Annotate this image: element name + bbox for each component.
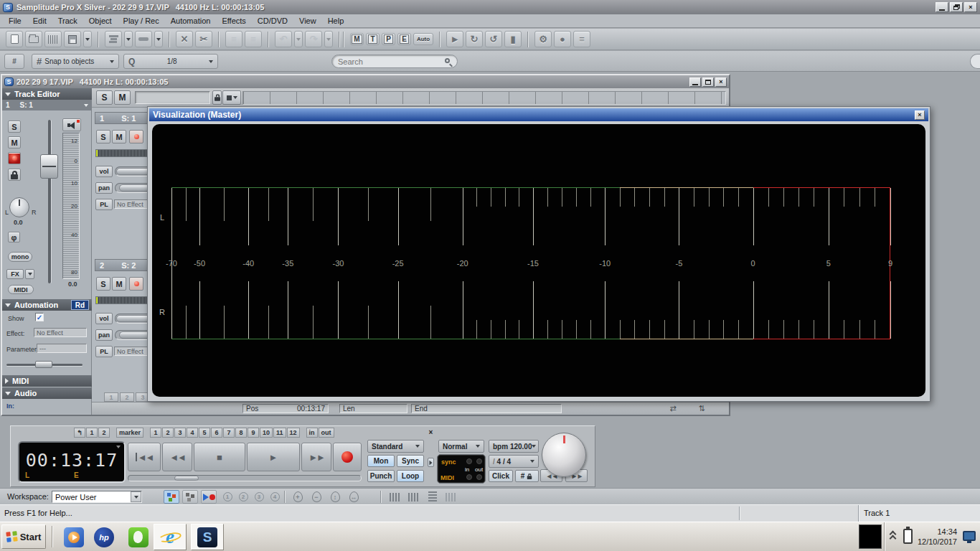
track-1-solo[interactable]: S	[96, 130, 110, 143]
track-1-record[interactable]	[129, 130, 143, 143]
all-mute-button[interactable]: M	[114, 90, 131, 105]
taskbar-internet-explorer-icon[interactable]: e	[158, 525, 182, 549]
automation-read-badge[interactable]: Rd	[71, 300, 89, 310]
fx-dropdown-button[interactable]	[25, 269, 34, 279]
scene-2-button[interactable]: 2	[235, 490, 251, 504]
zoom-out-button[interactable]: −	[308, 490, 324, 504]
tempo-knob[interactable]	[542, 433, 586, 477]
restore-button[interactable]	[950, 2, 963, 12]
track-2-plugin-label[interactable]: PL	[95, 346, 113, 357]
loop-mode-button[interactable]: ↻	[466, 31, 483, 47]
automation-slider-handle[interactable]	[35, 361, 52, 368]
sync-midi-panel[interactable]: sync in out MIDI	[437, 454, 486, 484]
record-button[interactable]	[333, 443, 362, 471]
midi-button[interactable]: MIDI	[8, 285, 34, 294]
visualization-titlebar[interactable]: Visualization (Master) ×	[149, 108, 928, 121]
track-selector[interactable]: 1 S: 1	[2, 100, 92, 110]
main-titlebar[interactable]: S Samplitude Pro X Silver - 202 29 9 17.…	[0, 0, 980, 14]
group-button[interactable]: ≡	[225, 31, 242, 47]
menu-view[interactable]: View	[293, 15, 322, 27]
quantize-select[interactable]: Q 1/8	[123, 54, 218, 69]
tab-marker-2[interactable]: 2	[162, 428, 174, 438]
stop-button[interactable]: ■	[194, 443, 245, 471]
clock[interactable]: 14:34 12/10/2017	[918, 527, 957, 547]
network-icon[interactable]	[963, 531, 976, 541]
undo-dropdown[interactable]	[294, 31, 303, 47]
tempo-select[interactable]: bpm 120.00	[489, 440, 539, 453]
record-options-button[interactable]: ●	[554, 31, 571, 47]
marker-flag-button[interactable]	[222, 90, 241, 105]
rewind-button[interactable]: ◄◄	[162, 443, 192, 471]
tab-in[interactable]: in	[306, 428, 318, 438]
menu-help[interactable]: Help	[322, 15, 350, 27]
start-button[interactable]: Start	[1, 524, 46, 549]
menu-play-rec[interactable]: Play / Rec	[118, 15, 165, 27]
play-mode-select[interactable]: Standard	[367, 440, 424, 453]
monitor-button[interactable]: Mon	[367, 455, 395, 467]
track-1-plugin-label[interactable]: PL	[95, 199, 113, 210]
mouse-mode-m-button[interactable]: M	[350, 33, 364, 45]
tab-out[interactable]: out	[319, 428, 334, 438]
mouse-mode-e-button[interactable]: E	[397, 33, 411, 45]
record-arm-button[interactable]	[8, 152, 21, 164]
zoom-in-button[interactable]: +	[290, 490, 306, 504]
menu-effects[interactable]: Effects	[216, 15, 251, 27]
undo-button[interactable]: ↶	[275, 31, 292, 47]
taskbar-green-app-icon[interactable]	[126, 525, 151, 549]
click-button[interactable]: Click	[489, 470, 513, 482]
play-record-button[interactable]	[201, 490, 217, 504]
object-view-button[interactable]	[182, 490, 198, 504]
volume-fader-handle[interactable]	[40, 154, 58, 179]
range-mode-dropdown[interactable]	[154, 31, 163, 47]
play-button[interactable]: ►	[247, 443, 300, 471]
taskbar-hp-icon[interactable]: hp	[92, 525, 116, 549]
tab-marker-4[interactable]: 4	[187, 428, 198, 438]
taskbar-samplitude-icon[interactable]: S	[195, 525, 220, 549]
track-1-mute[interactable]: M	[112, 130, 126, 143]
mute-button[interactable]: M	[8, 136, 21, 149]
time-signature-select[interactable]: / 4 / 4	[489, 455, 539, 468]
tab-marker-8[interactable]: 8	[235, 428, 247, 438]
punch-button[interactable]: Punch	[367, 470, 395, 482]
track-2-record[interactable]	[129, 277, 143, 291]
settings-gear-button[interactable]: ⚙	[534, 31, 552, 47]
track-1-pan-label[interactable]: pan	[95, 182, 113, 194]
show-checkbox[interactable]: ✓	[35, 313, 44, 321]
phase-button[interactable]: φ	[8, 232, 20, 242]
doc-minimize-button[interactable]	[689, 77, 701, 87]
taskbar-media-player-icon[interactable]	[62, 525, 86, 549]
minimize-button[interactable]	[936, 2, 948, 12]
new-project-button[interactable]	[6, 31, 23, 47]
menu-edit[interactable]: Edit	[27, 15, 52, 27]
position-slider[interactable]	[128, 475, 362, 481]
mouse-mode-t-button[interactable]: T	[366, 33, 380, 45]
swap-arrows-button[interactable]: ⇄	[662, 403, 684, 414]
track-editor-header[interactable]: Track Editor	[2, 88, 92, 100]
time-display[interactable]: 00:13:17 L E	[18, 441, 126, 483]
length-field[interactable]: Len	[339, 404, 407, 413]
cut-button[interactable]: ✕	[176, 31, 193, 47]
zoom-lanes-button[interactable]	[425, 490, 440, 504]
skip-to-start-button[interactable]: ◄◄	[128, 443, 161, 471]
redo-button[interactable]: ↷	[305, 31, 322, 47]
sort-arrows-button[interactable]: ⇅	[691, 403, 712, 414]
timeline-ruler[interactable]	[242, 91, 726, 105]
auto-button[interactable]: Auto	[413, 33, 433, 45]
all-solo-button[interactable]: S	[96, 90, 113, 105]
transport-close-button[interactable]: ×	[426, 428, 435, 437]
tab-marker-12[interactable]: 12	[287, 428, 300, 438]
tab-marker-11[interactable]: 11	[273, 428, 286, 438]
menu-track[interactable]: Track	[52, 15, 83, 27]
ungroup-button[interactable]: ≡	[245, 31, 262, 47]
position-field[interactable]: Pos 00:13:17	[242, 404, 329, 413]
track-1-vol-label[interactable]: vol	[95, 166, 113, 177]
snap-anchor-button[interactable]: #	[4, 54, 24, 69]
doc-maximize-button[interactable]	[702, 77, 714, 87]
lock-button[interactable]	[8, 169, 21, 181]
range-mode-button[interactable]	[135, 31, 152, 47]
tab-marker[interactable]: marker	[116, 428, 143, 438]
record-mode-select[interactable]: Normal	[438, 440, 484, 453]
tab-marker-1[interactable]: 1	[150, 428, 161, 438]
workspace-dropdown-button[interactable]	[131, 491, 141, 502]
ruler-lock-button[interactable]	[212, 90, 222, 105]
